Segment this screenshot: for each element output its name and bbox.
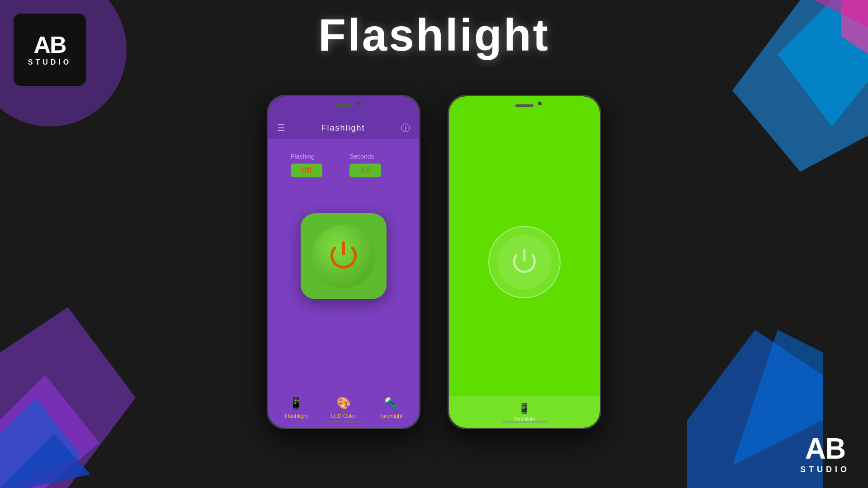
app-title-banner: Flashlight <box>318 9 550 61</box>
nav-led-color-label: LED Color <box>331 413 356 419</box>
nav-torchlight-label: Torchlight <box>379 413 402 419</box>
flashing-toggle[interactable]: Off <box>291 164 322 177</box>
bg-shape-top-right <box>642 0 868 172</box>
flashing-value: Off <box>301 166 311 174</box>
nav-led-color-icon: 🎨 <box>336 396 351 410</box>
seconds-control: Seconds 0.0 <box>349 153 381 177</box>
bg-shape-bottom-left <box>0 262 190 488</box>
phone-1-top-bar: ☰ Flashlight ⓘ <box>268 117 419 139</box>
app-main-title: Flashlight <box>318 9 550 61</box>
logo-br-studio-text: STUDIO <box>800 465 850 474</box>
phone-1-speaker <box>335 104 353 107</box>
info-icon[interactable]: ⓘ <box>401 122 410 134</box>
phone-2-screen: 📱 Torchlight <box>449 96 600 428</box>
phone-1-title: Flashlight <box>321 123 365 133</box>
logo-bottom-right: AB STUDIO <box>800 434 850 474</box>
seconds-label: Seconds <box>349 153 374 160</box>
nav-torchlight[interactable]: 🔦 Torchlight <box>367 396 415 419</box>
nav-flashlight-label: Flashlight <box>285 413 308 419</box>
power-circle <box>312 225 375 288</box>
controls-row: Flashing Off Seconds 0.0 <box>277 153 381 177</box>
phone-1-home-bar <box>321 421 366 422</box>
logo-br-ab-text: AB <box>805 434 845 463</box>
logo-top-left: AB STUDIO <box>14 14 86 86</box>
phone-1-content: Flashing Off Seconds 0.0 <box>268 139 419 387</box>
seconds-value: 0.0 <box>360 166 370 174</box>
phone-2-home-bar <box>502 421 547 422</box>
phone-2: 📱 Torchlight <box>448 95 601 429</box>
nav-flashlight[interactable]: 📱 Flashlight <box>273 396 320 419</box>
flashing-control: Flashing Off <box>291 153 322 177</box>
phone-1: ☰ Flashlight ⓘ Flashing Off Seconds <box>267 95 420 429</box>
power-icon-svg <box>326 238 362 274</box>
phones-container: ☰ Flashlight ⓘ Flashing Off Seconds <box>267 95 601 429</box>
phone-1-camera <box>357 102 361 105</box>
seconds-toggle[interactable]: 0.0 <box>349 164 381 177</box>
power-button-wrapper[interactable] <box>301 213 387 299</box>
logo-studio-text: STUDIO <box>28 58 71 66</box>
nav-torchlight-icon: 🔦 <box>384 396 398 410</box>
torchlight-power-wrapper[interactable] <box>488 226 561 298</box>
torchlight-power-icon <box>509 246 540 278</box>
flashing-label: Flashing <box>291 153 315 160</box>
phone-2-speaker <box>515 104 533 107</box>
torchlight-bottom-area: 📱 Torchlight <box>449 396 600 428</box>
nav-flashlight-icon: 📱 <box>289 396 303 410</box>
torchlight-bottom-item: 📱 Torchlight <box>514 403 535 422</box>
phone-2-camera <box>538 102 542 105</box>
nav-led-color[interactable]: 🎨 LED Color <box>320 396 368 419</box>
logo-ab-text: AB <box>33 33 66 56</box>
phone-1-screen: ☰ Flashlight ⓘ Flashing Off Seconds <box>268 96 419 428</box>
torchlight-power-inner <box>497 235 552 289</box>
menu-icon[interactable]: ☰ <box>277 122 285 133</box>
